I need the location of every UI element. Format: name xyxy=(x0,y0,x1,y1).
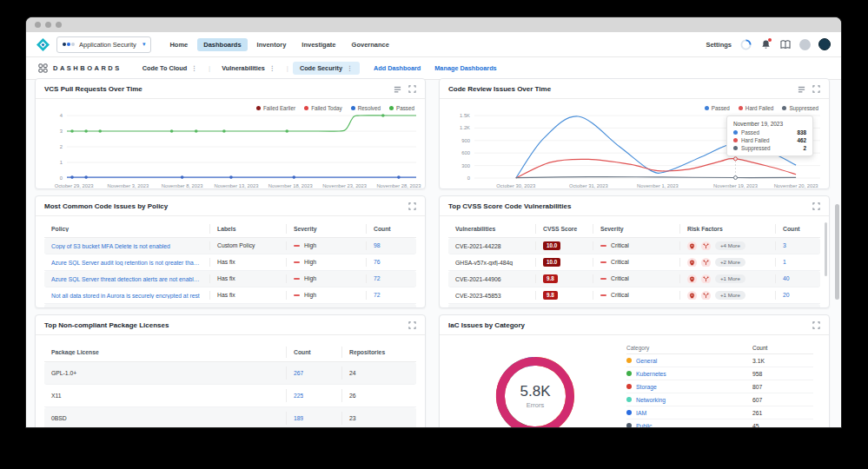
iac-legend-row[interactable]: Storage807 xyxy=(626,380,813,393)
manage-dashboards-link[interactable]: Manage Dashboards xyxy=(434,64,496,72)
policy-link[interactable]: Not all data stored in Aurora is securel… xyxy=(51,293,200,299)
table-row[interactable]: GHSA-v57x-gxfj-484q10.0Critical+2 More1 xyxy=(448,254,820,271)
category-link[interactable]: Storage xyxy=(636,384,657,390)
category-link[interactable]: Kubernetes xyxy=(636,371,666,377)
table-row[interactable]: Copy of S3 bucket MFA Delete is not enab… xyxy=(44,238,416,254)
table-row[interactable]: CVE-2021-449069.8Critical+1 More40 xyxy=(448,271,820,287)
policy-link[interactable]: Azure SQL Server threat detection alerts… xyxy=(51,276,202,282)
label-text: Has fix xyxy=(217,275,235,281)
tab-code-security[interactable]: Code Security⋮ xyxy=(293,62,360,75)
iac-legend-col-category: Category xyxy=(626,345,649,351)
expand-icon[interactable] xyxy=(408,321,416,329)
main-nav-items: HomeDashboardsInventoryInvestigateGovern… xyxy=(163,38,395,51)
count-link[interactable]: 1 xyxy=(783,259,786,265)
count-link[interactable]: 72 xyxy=(374,275,381,281)
nav-item-investigate[interactable]: Investigate xyxy=(295,38,341,51)
notifications-bell-icon[interactable] xyxy=(759,38,772,50)
user-avatar[interactable] xyxy=(818,38,831,50)
count-link[interactable]: 3 xyxy=(783,242,786,248)
count-link[interactable]: 72 xyxy=(374,292,381,298)
nav-item-inventory[interactable]: Inventory xyxy=(251,38,293,51)
tab-kebab-menu-icon[interactable]: ⋮ xyxy=(191,65,197,72)
policy-link[interactable]: Copy of S3 bucket MFA Delete is not enab… xyxy=(51,243,170,249)
tab-kebab-menu-icon[interactable]: ⋮ xyxy=(269,65,275,72)
severity-cell: Critical xyxy=(593,307,679,308)
panel-iac-issues: IaC Issues by Category 5.8K Errors Categ… xyxy=(439,314,830,427)
table-row[interactable]: 0BSD18923 xyxy=(44,407,416,427)
panel-scrollbar[interactable] xyxy=(825,222,827,276)
table-row[interactable]: CVE-2023-458539.8Critical+1 More20 xyxy=(448,287,820,304)
risk-attack-vector-icon[interactable] xyxy=(701,274,711,284)
table-row[interactable]: GPL-1.0+26724 xyxy=(44,362,416,385)
risk-attack-vector-icon[interactable] xyxy=(701,258,711,268)
iac-legend-row[interactable]: General3.1K xyxy=(626,354,813,367)
category-count: 261 xyxy=(752,410,813,416)
donut-segment-compute[interactable] xyxy=(499,360,571,427)
risk-attack-vector-icon[interactable] xyxy=(701,291,711,301)
legend-toggle-icon[interactable] xyxy=(394,85,401,93)
risk-more-pill[interactable]: +2 More xyxy=(715,258,745,267)
iac-legend-row[interactable]: IAM261 xyxy=(626,406,813,419)
panel-vcs-header: VCS Pull Requests Over Time xyxy=(36,79,425,99)
window-minimize-button[interactable] xyxy=(45,22,51,28)
chart-tooltip: November 19, 2023 Passed838Hard Failed46… xyxy=(726,116,813,156)
risk-more-pill[interactable]: +1 More xyxy=(715,274,745,283)
window-scrollbar-thumb[interactable] xyxy=(835,204,839,300)
expand-icon[interactable] xyxy=(812,202,820,210)
iac-legend-row[interactable]: Public45 xyxy=(626,419,813,427)
table-row[interactable]: Not all data stored in Aurora is securel… xyxy=(44,287,416,304)
count-link[interactable]: 189 xyxy=(294,415,303,421)
count-link[interactable]: 267 xyxy=(294,370,303,376)
table-row[interactable]: CVE-2022-429209.8Critical+1 More2 xyxy=(448,304,820,308)
category-link[interactable]: Networking xyxy=(636,397,666,403)
expand-icon[interactable] xyxy=(408,202,416,210)
nav-item-home[interactable]: Home xyxy=(163,38,194,51)
legend-toggle-icon[interactable] xyxy=(798,85,805,93)
category-link[interactable]: IAM xyxy=(636,410,646,416)
table-row[interactable]: SSH key pairs are not rotated every 90 d… xyxy=(44,304,416,308)
table-row[interactable]: Azure SQL Server threat detection alerts… xyxy=(44,271,416,287)
table-row[interactable]: Azure SQL Server audit log retention is … xyxy=(44,254,416,271)
settings-link[interactable]: Settings xyxy=(706,41,732,49)
risk-skull-icon[interactable] xyxy=(687,258,697,268)
category-link[interactable]: Public xyxy=(636,423,653,428)
table-row[interactable]: X1122526 xyxy=(44,385,416,407)
nav-item-governance[interactable]: Governance xyxy=(346,38,395,51)
expand-icon[interactable] xyxy=(408,85,416,93)
count-link[interactable]: 225 xyxy=(294,393,303,399)
window-close-button[interactable] xyxy=(35,22,41,28)
table-row[interactable]: CVE-2021-4422810.0Critical+4 More3 xyxy=(448,238,820,254)
expand-icon[interactable] xyxy=(812,321,820,329)
count-link[interactable]: 20 xyxy=(783,292,790,298)
tab-vulnerabilities[interactable]: Vulnerabilities⋮ xyxy=(215,62,282,75)
severity-cell: Critical xyxy=(593,258,679,268)
risk-more-pill[interactable]: +1 More xyxy=(715,307,745,308)
risk-skull-icon[interactable] xyxy=(687,241,697,251)
tab-kebab-menu-icon[interactable]: ⋮ xyxy=(347,65,353,72)
vcs-line-chart[interactable]: 43210October 29, 2023November 3, 2023Nov… xyxy=(37,110,425,189)
risk-attack-vector-icon[interactable] xyxy=(701,241,711,251)
iac-legend-row[interactable]: Networking607 xyxy=(626,393,813,406)
count-link[interactable]: 76 xyxy=(374,259,381,265)
risk-more-pill[interactable]: +1 More xyxy=(715,291,745,300)
add-dashboard-link[interactable]: Add Dashboard xyxy=(374,64,421,72)
risk-attack-vector-icon[interactable] xyxy=(701,307,711,308)
risk-skull-icon[interactable] xyxy=(687,307,697,308)
risk-more-pill[interactable]: +4 More xyxy=(715,241,745,250)
iac-legend-row[interactable]: Kubernetes958 xyxy=(626,367,813,380)
product-selector-dropdown[interactable]: Application Security ▾ xyxy=(56,36,151,53)
count-link[interactable]: 40 xyxy=(783,275,790,281)
apps-icon[interactable] xyxy=(799,39,811,50)
nav-item-dashboards[interactable]: Dashboards xyxy=(197,38,247,51)
risk-skull-icon[interactable] xyxy=(687,291,697,301)
docs-book-icon[interactable] xyxy=(779,38,792,50)
risk-skull-icon[interactable] xyxy=(687,274,697,284)
count-link[interactable]: 98 xyxy=(374,242,381,248)
window-maximize-button[interactable] xyxy=(56,22,62,28)
usage-ring-icon[interactable] xyxy=(739,38,752,50)
expand-icon[interactable] xyxy=(812,85,820,93)
category-link[interactable]: General xyxy=(636,358,657,364)
iac-donut-chart[interactable]: 5.8K Errors xyxy=(487,348,583,427)
policy-link[interactable]: Azure SQL Server audit log retention is … xyxy=(51,260,202,266)
tab-code-to-cloud[interactable]: Code To Cloud⋮ xyxy=(136,62,204,75)
